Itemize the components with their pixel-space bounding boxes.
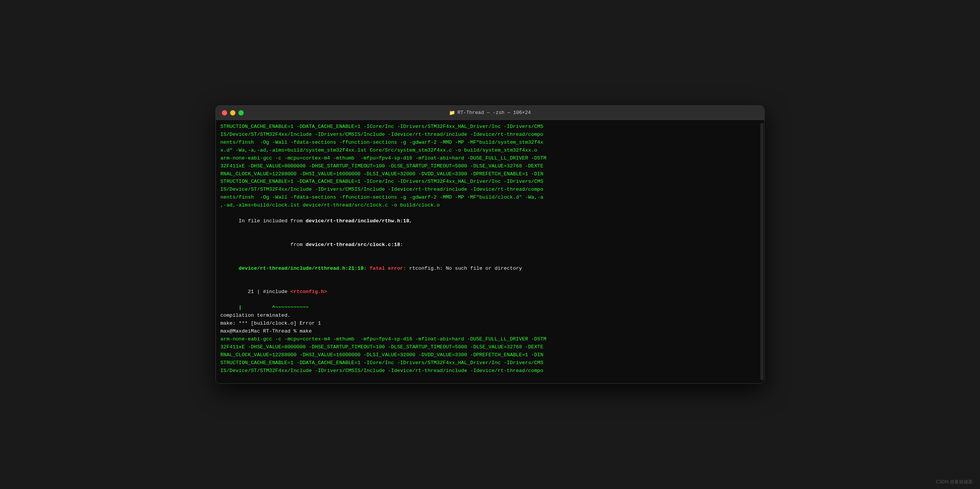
terminal-line: STRUCTION_CACHE_ENABLE=1 -DDATA_CACHE_EN… <box>220 123 760 131</box>
code-lineno: 21 | #include <box>239 289 291 295</box>
window-title: 📁 RT-Thread — -zsh — 106×24 <box>449 110 531 116</box>
error-label: fatal error: <box>367 266 409 271</box>
terminal-line-code: 21 | #include <rtconfig.h> <box>220 280 760 304</box>
include-from-prefix: In file included from <box>239 218 306 224</box>
minimize-button[interactable] <box>230 110 235 115</box>
from-path: device/rt-thread/src/clock.c:18 <box>306 242 400 247</box>
terminal-line: IS/Device/ST/STM32F4xx/Include -IDrivers… <box>220 367 760 375</box>
terminal-line: arm-none-eabi-gcc -c -mcpu=cortex-m4 -mt… <box>220 155 760 162</box>
terminal-line: STRUCTION_CACHE_ENABLE=1 -DDATA_CACHE_EN… <box>220 359 760 367</box>
maximize-button[interactable] <box>239 110 244 115</box>
terminal-line: STRUCTION_CACHE_ENABLE=1 -DDATA_CACHE_EN… <box>220 178 760 186</box>
title-bar: 📁 RT-Thread — -zsh — 106×24 <box>216 106 764 120</box>
from-indent: from <box>239 242 306 247</box>
terminal-line-terminated: compilation terminated. <box>220 312 760 320</box>
terminal-line: nents/finsh -Og -Wall -fdata-sections -f… <box>220 139 760 147</box>
from-colon: : <box>400 242 403 247</box>
terminal-line: x.d" -Wa,-a,-ad,-alms=build/system_stm32… <box>220 147 760 155</box>
scrollbar[interactable] <box>760 123 764 380</box>
terminal-line: RNAL_CLOCK_VALUE=12288000 -DHSI_VALUE=16… <box>220 170 760 178</box>
terminal-line: IS/Device/ST/STM32F4xx/Include -IDrivers… <box>220 131 760 139</box>
terminal-line-error: device/rt-thread/include/rtthread.h:21:1… <box>220 257 760 280</box>
terminal-line: 32F411xE -DHSE_VALUE=8000000 -DHSE_START… <box>220 162 760 170</box>
terminal-line: IS/Device/ST/STM32F4xx/Include -IDrivers… <box>220 186 760 194</box>
terminal-line-include-from: In file included from device/rt-thread/i… <box>220 210 760 233</box>
terminal-line: ,-ad,-alms=build/clock.lst device/rt-thr… <box>220 202 760 210</box>
terminal-line: 32F411xE -DHSE_VALUE=8000000 -DHSE_START… <box>220 343 760 351</box>
folder-icon: 📁 <box>449 110 455 116</box>
include-from-comma: , <box>409 218 412 224</box>
terminal-line: RNAL_CLOCK_VALUE=12288000 -DHSI_VALUE=16… <box>220 351 760 359</box>
error-message: rtconfig.h: No such file or directory <box>409 266 522 271</box>
watermark: CSDN @夏侯城遇 <box>935 479 972 485</box>
terminal-content[interactable]: STRUCTION_CACHE_ENABLE=1 -DDATA_CACHE_EN… <box>216 120 764 383</box>
terminal-line-prompt: max@MaxdeiMac RT-Thread % make <box>220 328 760 336</box>
error-path: device/rt-thread/include/rtthread.h:21:1… <box>239 266 367 271</box>
terminal-line: nents/finsh -Og -Wall -fdata-sections -f… <box>220 194 760 202</box>
terminal-line: arm-none-eabi-gcc -c -mcpu=cortex-m4 -mt… <box>220 336 760 343</box>
terminal-line-caret: | ^~~~~~~~~~~~ <box>220 304 760 312</box>
terminal-window: 📁 RT-Thread — -zsh — 106×24 STRUCTION_CA… <box>215 105 765 384</box>
code-include-file: <rtconfig.h> <box>290 289 327 295</box>
include-from-path: device/rt-thread/include/rthw.h:18 <box>306 218 409 224</box>
title-text: RT-Thread — -zsh — 106×24 <box>457 110 531 115</box>
terminal-line-make-error: make: *** [build/clock.o] Error 1 <box>220 320 760 328</box>
terminal-line-from: from device/rt-thread/src/clock.c:18: <box>220 233 760 257</box>
close-button[interactable] <box>222 110 227 115</box>
traffic-lights <box>222 110 244 115</box>
